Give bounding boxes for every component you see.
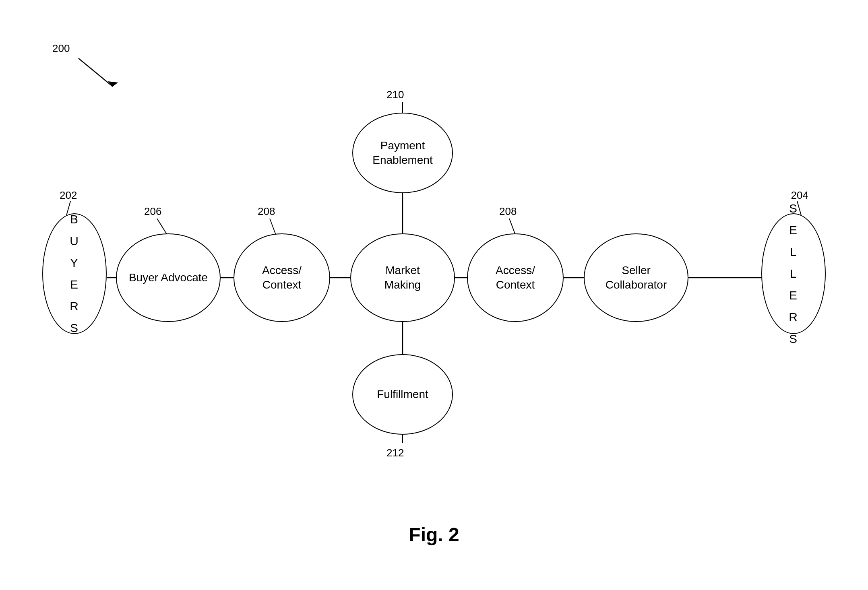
fulfillment-label: Fulfillment	[377, 387, 428, 402]
node-seller-collaborator: SellerCollaborator	[584, 233, 688, 322]
ref-212: 212	[386, 447, 404, 459]
ref-204: 204	[791, 189, 808, 202]
ref-208-left: 208	[258, 205, 275, 218]
node-sellers: SELLERS	[761, 213, 826, 334]
sellers-label: SELLERS	[789, 198, 798, 350]
svg-line-0	[79, 58, 113, 87]
svg-line-5	[270, 219, 276, 235]
node-access-context-right: Access/Context	[467, 233, 564, 322]
node-buyers: BUYERS	[42, 213, 107, 334]
ref-210: 210	[386, 89, 404, 101]
buyers-label: BUYERS	[70, 208, 79, 339]
svg-line-6	[509, 219, 515, 235]
node-payment-enablement: PaymentEnablement	[352, 113, 453, 193]
node-access-context-left: Access/Context	[234, 233, 330, 322]
diagram-container: 200 BUYERS SELLERS Buyer Advocate Access…	[0, 0, 868, 590]
payment-enablement-label: PaymentEnablement	[372, 138, 432, 168]
node-fulfillment: Fulfillment	[352, 354, 453, 435]
seller-collaborator-label: SellerCollaborator	[606, 263, 667, 293]
ref-202: 202	[60, 189, 77, 202]
svg-marker-1	[108, 81, 118, 87]
buyer-advocate-label: Buyer Advocate	[129, 270, 208, 285]
access-context-left-label: Access/Context	[262, 263, 302, 293]
figure-label: Fig. 2	[409, 524, 459, 546]
market-making-label: MarketMaking	[384, 263, 421, 293]
ref-208-right: 208	[499, 205, 517, 218]
access-context-right-label: Access/Context	[496, 263, 535, 293]
svg-line-4	[157, 219, 167, 235]
node-buyer-advocate: Buyer Advocate	[116, 233, 221, 322]
ref-206: 206	[144, 205, 161, 218]
node-market-making: MarketMaking	[350, 233, 455, 322]
ref-200: 200	[52, 42, 70, 55]
